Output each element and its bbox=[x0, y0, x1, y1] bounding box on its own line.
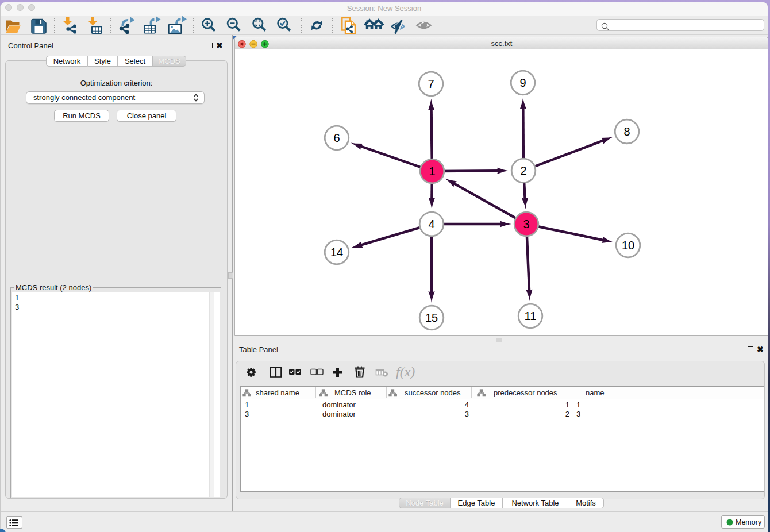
svg-text:8: 8 bbox=[623, 125, 630, 138]
svg-text:10: 10 bbox=[622, 239, 634, 252]
svg-text:11: 11 bbox=[525, 310, 537, 322]
svg-text:f(x): f(x) bbox=[396, 364, 415, 379]
svg-text:4: 4 bbox=[428, 218, 434, 230]
svg-text:3: 3 bbox=[523, 218, 529, 230]
svg-text:6: 6 bbox=[333, 132, 340, 144]
svg-text:14: 14 bbox=[330, 246, 343, 259]
svg-text:1: 1 bbox=[429, 165, 435, 178]
svg-text:2: 2 bbox=[520, 164, 526, 177]
svg-text:9: 9 bbox=[519, 76, 526, 89]
svg-text:7: 7 bbox=[428, 78, 434, 90]
svg-text:15: 15 bbox=[425, 311, 438, 324]
